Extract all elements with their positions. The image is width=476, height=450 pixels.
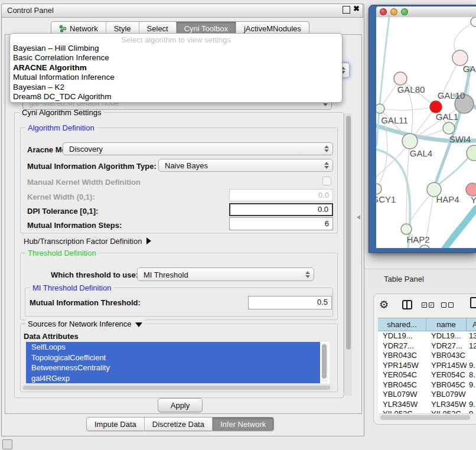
table-hscrollbar-thumb[interactable]	[380, 415, 470, 420]
network-node-GAL80[interactable]	[394, 72, 407, 85]
table-row[interactable]: YLR345WYLR345W9.	[378, 400, 476, 410]
table-cell: 12	[467, 341, 476, 351]
settings-scrollbar[interactable]	[344, 113, 352, 396]
node-label-GAL10: GAL10	[438, 90, 465, 100]
table-cell: YLR345W	[426, 400, 467, 410]
table-header-row: shared...nameA	[378, 318, 476, 331]
table-row[interactable]: YPR145WYPR145W9.	[378, 361, 476, 371]
table-cell: YBR045C	[426, 380, 467, 390]
stepper-arrows-icon	[324, 162, 329, 169]
tab-label: Discretize Data	[152, 420, 204, 429]
table-cell: YLR345W	[378, 400, 426, 410]
apply-button[interactable]: Apply	[158, 398, 203, 412]
attributes-hscrollbar-thumb[interactable]	[23, 386, 330, 390]
tab-label: Network	[70, 24, 98, 33]
aracne-mode-combo[interactable]: Discovery	[63, 142, 333, 155]
network-edge[interactable]	[380, 107, 436, 110]
minimize-traffic-light-icon[interactable]	[390, 8, 397, 15]
control-panel-titlebar[interactable]	[1, 4, 363, 18]
network-node-HAP2[interactable]	[401, 224, 412, 234]
table-row[interactable]: YDR27...YDR27...12	[378, 341, 476, 351]
table-row[interactable]: YDL19...YDL19...13	[378, 331, 476, 341]
algorithm-option[interactable]: Bayesian – K2	[10, 83, 342, 92]
attributes-vscrollbar-thumb[interactable]	[322, 344, 327, 379]
gear-icon[interactable]: ⚙	[379, 299, 389, 310]
attributes-hscrollbar[interactable]	[21, 384, 334, 391]
algorithm-option[interactable]: ARACNE Algorithm	[10, 63, 342, 73]
zoom-traffic-light-icon[interactable]	[401, 8, 408, 15]
algorithm-dropdown-popup: Select algorithm to view settings Bayesi…	[9, 33, 343, 103]
table-cell: YPR145W	[378, 361, 426, 371]
network-graph: GAL7GAL80GAL10GAL11GAL1GAL4SWI4GCY1HAP4Y…	[376, 17, 476, 248]
column-header[interactable]: name	[426, 318, 467, 331]
attribute-item[interactable]: TopologicalCoefficient	[26, 353, 320, 363]
split-divider-handle-icon[interactable]	[357, 215, 360, 220]
algorithm-dropdown-placeholder: Select algorithm to view settings	[10, 35, 342, 44]
table-hscrollbar[interactable]	[379, 413, 475, 421]
mi-type-combo[interactable]: Naive Bayes	[158, 159, 333, 172]
hub-definition-label: Hub/Transcription Factor Definition	[24, 237, 142, 246]
data-attributes-label: Data Attributes	[24, 332, 79, 341]
kernel-width-field[interactable]: 0.0	[229, 189, 333, 201]
network-window-titlebar[interactable]	[376, 6, 476, 18]
algorithm-option[interactable]: Bayesian – Hill Climbing	[10, 44, 342, 53]
network-node-GAL4[interactable]	[402, 133, 418, 149]
column-header[interactable]: A	[467, 318, 476, 331]
attribute-item[interactable]: BetweennessCentrality	[26, 363, 320, 373]
minimized-panel-icon[interactable]	[2, 439, 12, 449]
mi-threshold-title: MI Threshold Definition	[30, 283, 113, 292]
hub-definition-expander[interactable]: Hub/Transcription Factor Definition	[24, 237, 151, 246]
table-cell: YBL079W	[426, 390, 467, 400]
attributes-vscrollbar[interactable]	[321, 343, 328, 382]
tab-impute-data[interactable]: Impute Data	[87, 418, 145, 431]
table-row[interactable]: YER054CYER054C8.	[378, 370, 476, 380]
columns-icon[interactable]	[402, 300, 412, 309]
node-label-HAP4: HAP4	[436, 194, 459, 204]
network-edge[interactable]	[441, 208, 476, 248]
select-all-icon[interactable]: ✓✓	[422, 302, 434, 308]
settings-scrollbar-thumb[interactable]	[346, 116, 351, 350]
network-node-GCY1[interactable]	[376, 184, 382, 194]
deselect-all-icon[interactable]	[441, 302, 454, 308]
threshold-definition-title: Threshold Definition	[25, 249, 99, 257]
which-threshold-combo[interactable]: MI Threshold	[137, 268, 314, 281]
table-row[interactable]: YBR045CYBR045C9.	[378, 380, 476, 390]
network-node-GAL11[interactable]	[376, 104, 384, 113]
manual-kernel-checkbox[interactable]	[322, 177, 331, 185]
algorithm-option[interactable]: Dream8 DC_TDC Algorithm	[10, 92, 342, 102]
file-icon[interactable]	[470, 297, 476, 308]
sources-title[interactable]: Sources for Network Inference	[25, 319, 145, 328]
tab-label: Impute Data	[94, 420, 136, 429]
table-cell: 13	[467, 331, 476, 341]
table-row[interactable]: YBR043CYBR043C	[378, 351, 476, 361]
column-header[interactable]: shared...	[378, 318, 426, 331]
table-cell: YBL079W	[378, 390, 426, 400]
node-label-GAL11: GAL11	[381, 115, 408, 125]
tab-infer-network[interactable]: Infer Network	[213, 418, 273, 431]
expander-arrow-icon	[146, 237, 151, 244]
tab-discretize-data[interactable]: Discretize Data	[145, 418, 213, 431]
dpi-tolerance-field[interactable]: 0.0	[229, 203, 333, 216]
mi-threshold-field[interactable]: 0.5	[248, 296, 332, 309]
network-node-Y-partial[interactable]	[466, 183, 476, 196]
mi-steps-field[interactable]: 6	[229, 217, 333, 230]
algorithm-option[interactable]: Mutual Information Inference	[10, 73, 342, 82]
table-cell: 9.	[467, 361, 476, 371]
node-label-GAL4: GAL4	[410, 148, 432, 158]
close-traffic-light-icon[interactable]	[380, 8, 387, 15]
attribute-item[interactable]: gal4RGexp	[26, 373, 320, 384]
close-icon[interactable]: ✖	[353, 4, 360, 13]
table-panel-titlebar[interactable]: Table Panel	[364, 269, 476, 289]
float-window-icon[interactable]	[343, 6, 350, 14]
table-cell: 9.	[467, 400, 476, 410]
network-node-GAL1[interactable]	[443, 122, 455, 134]
table-row[interactable]: YBL079WYBL079W	[378, 390, 476, 400]
algorithm-option[interactable]: Basic Correlation Inference	[10, 53, 342, 63]
network-edge[interactable]	[438, 152, 472, 185]
attribute-item[interactable]: SelfLoops	[26, 342, 320, 353]
network-node-GAL10[interactable]	[430, 101, 442, 113]
network-canvas[interactable]: GAL7GAL80GAL10GAL11GAL1GAL4SWI4GCY1HAP4Y…	[376, 17, 476, 248]
network-node-top-partial[interactable]	[471, 17, 476, 27]
tab-label: Infer Network	[220, 420, 266, 429]
table-cell: YPR145W	[426, 361, 467, 371]
